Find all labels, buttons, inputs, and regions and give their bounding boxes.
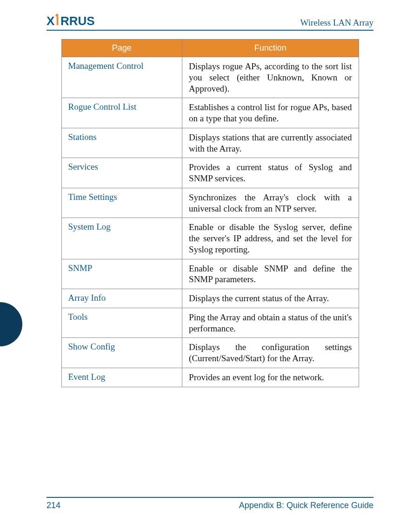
table-row: System LogEnable or disable the Syslog s… — [61, 218, 359, 259]
page-cell: Time Settings — [61, 188, 182, 218]
table-row: ToolsPing the Array and obtain a status … — [61, 308, 359, 338]
table-row: Rogue Control ListEstablishes a control … — [61, 98, 359, 128]
svg-text:RRUS: RRUS — [60, 14, 95, 28]
table-row: Show ConfigDisplays the configuration se… — [61, 338, 359, 368]
page-cell: Tools — [61, 308, 182, 338]
page-cell: Rogue Control List — [61, 98, 182, 128]
page-header: X I RRUS Wireless LAN Array — [47, 14, 373, 31]
table-row: ServicesProvides a current status of Sys… — [61, 158, 359, 188]
header-page: Page — [61, 40, 182, 57]
header-function: Function — [182, 40, 359, 57]
table-row: SNMPEnable or disable SNMP and define th… — [61, 259, 359, 289]
function-cell: Displays the configuration settings (Cur… — [182, 338, 359, 368]
function-cell: Enable or disable the Syslog server, def… — [182, 218, 359, 259]
table-row: Management ControlDisplays rogue APs, ac… — [61, 57, 359, 98]
page-cell: Show Config — [61, 338, 182, 368]
table-row: Event LogProvides an event log for the n… — [61, 368, 359, 387]
section-title: Appendix B: Quick Reference Guide — [239, 501, 373, 510]
table-row: Time SettingsSynchronizes the Array's cl… — [61, 188, 359, 218]
logo: X I RRUS — [47, 14, 123, 28]
product-name: Wireless LAN Array — [300, 18, 373, 28]
page-footer: 214 Appendix B: Quick Reference Guide — [47, 497, 373, 510]
function-cell: Provides an event log for the network. — [182, 368, 359, 387]
page-number: 214 — [47, 501, 60, 510]
side-tab-decoration — [0, 302, 22, 346]
function-cell: Ping the Array and obtain a status of th… — [182, 308, 359, 338]
document-page: X I RRUS Wireless LAN Array Page Functio… — [0, 0, 420, 529]
function-cell: Displays rogue APs, according to the sor… — [182, 57, 359, 98]
svg-text:X: X — [47, 14, 55, 28]
function-cell: Displays stations that are currently ass… — [182, 128, 359, 158]
svg-point-3 — [56, 14, 59, 17]
function-cell: Enable or disable SNMP and define the SN… — [182, 259, 359, 289]
function-cell: Synchronizes the Array's clock with a un… — [182, 188, 359, 218]
table-row: StationsDisplays stations that are curre… — [61, 128, 359, 158]
page-cell: SNMP — [61, 259, 182, 289]
table-header-row: Page Function — [61, 40, 359, 57]
page-cell: Services — [61, 158, 182, 188]
table-row: Array InfoDisplays the current status of… — [61, 289, 359, 308]
reference-table: Page Function Management ControlDisplays… — [61, 39, 359, 387]
function-cell: Displays the current status of the Array… — [182, 289, 359, 308]
page-cell: Array Info — [61, 289, 182, 308]
function-cell: Establishes a control list for rogue APs… — [182, 98, 359, 128]
page-cell: Event Log — [61, 368, 182, 387]
logo-svg: X I RRUS — [47, 14, 123, 28]
page-cell: Stations — [61, 128, 182, 158]
page-cell: System Log — [61, 218, 182, 259]
function-cell: Provides a current status of Syslog and … — [182, 158, 359, 188]
page-cell: Management Control — [61, 57, 182, 98]
